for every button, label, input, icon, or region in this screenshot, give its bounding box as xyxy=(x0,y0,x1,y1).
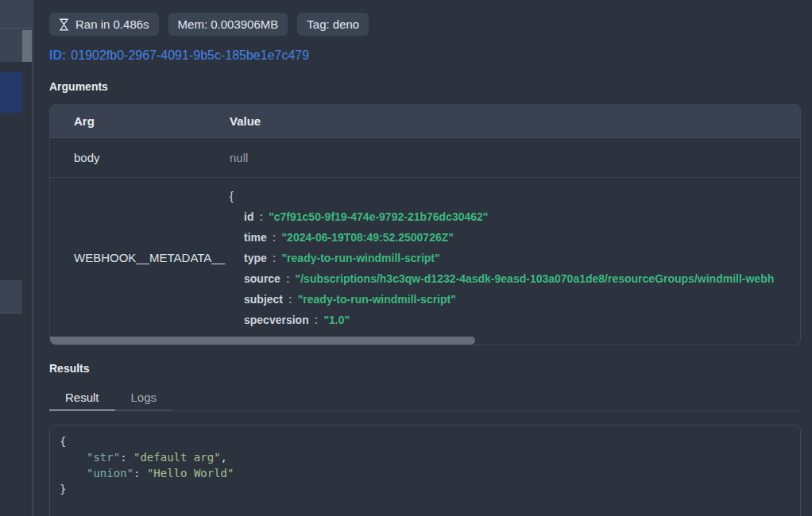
json-key: id xyxy=(244,210,253,223)
json-value: "c7f91c50-9f19-474e-9792-21b76dc30462" xyxy=(269,210,488,223)
result-close-brace: } xyxy=(60,481,791,497)
json-entry-id: id:"c7f91c50-9f19-474e-9792-21b76dc30462… xyxy=(230,206,800,227)
rail-list-item-selected[interactable] xyxy=(0,72,22,113)
json-entry-subject: subject:"ready-to-run-windmill-script" xyxy=(230,289,800,310)
run-badges: Ran in 0.486s Mem: 0.003906MB Tag: deno xyxy=(49,13,801,36)
json-open-brace: { xyxy=(230,186,800,206)
json-value: "/subscriptions/h3c3qw-d1232-4asdk-9easd… xyxy=(296,272,775,285)
json-entry-type: type:"ready-to-run-windmill-script" xyxy=(230,248,800,268)
value-column-header: Value xyxy=(230,114,800,128)
run-duration-badge: Ran in 0.486s xyxy=(49,13,159,36)
result-value: "default arg" xyxy=(133,451,221,464)
json-value: "ready-to-run-windmill-script" xyxy=(281,252,439,264)
json-entry-source: source:"/subscriptions/h3c3qw-d1232-4asd… xyxy=(230,268,800,289)
tab-result[interactable]: Result xyxy=(49,386,115,411)
arg-value-body: null xyxy=(230,151,800,164)
json-value: "2024-06-19T08:49:52.2500726Z" xyxy=(281,231,453,244)
json-key: source xyxy=(244,272,280,285)
json-key: subject xyxy=(244,293,283,306)
memory-label: Mem: 0.003906MB xyxy=(178,17,279,31)
json-colon: : xyxy=(273,231,276,244)
memory-badge: Mem: 0.003906MB xyxy=(168,13,288,36)
arg-name-body: body xyxy=(50,151,230,164)
run-id-row: ID:01902fb0-2967-4091-9b5c-185be1e7c479 xyxy=(49,48,801,63)
rail-divider xyxy=(0,28,32,29)
webhook-metadata-json-viewer: { id:"c7f91c50-9f19-474e-9792-21b76dc304… xyxy=(230,178,800,337)
json-key: time xyxy=(244,231,267,244)
result-colon: : xyxy=(120,451,133,464)
run-id-label: ID: xyxy=(49,48,66,62)
arg-name-webhook-metadata: WEBHOOK__METADATA__ xyxy=(50,251,230,264)
table-horizontal-scrollbar-thumb[interactable] xyxy=(50,337,475,345)
results-tabs: Result Logs xyxy=(49,386,801,411)
arguments-table: Arg Value body null WEBHOOK__METADATA__ … xyxy=(49,104,801,345)
result-value: "Hello World" xyxy=(147,467,234,479)
result-line-str: "str": "default arg", xyxy=(60,449,791,465)
run-id-value[interactable]: 01902fb0-2967-4091-9b5c-185be1e7c479 xyxy=(71,48,309,62)
run-detail-panel: Ran in 0.486s Mem: 0.003906MB Tag: deno … xyxy=(33,0,812,516)
arguments-table-header: Arg Value xyxy=(50,105,800,138)
result-comma: , xyxy=(221,451,227,464)
json-colon: : xyxy=(259,210,263,223)
json-key: specversion xyxy=(244,314,309,326)
json-colon: : xyxy=(288,293,292,306)
table-row-metadata: WEBHOOK__METADATA__ { id:"c7f91c50-9f19-… xyxy=(50,178,800,337)
json-value: "ready-to-run-windmill-script" xyxy=(298,293,456,306)
result-json-panel: { "str": "default arg", "union": "Hello … xyxy=(49,425,801,516)
hourglass-icon xyxy=(59,18,69,31)
tag-label: Tag: deno xyxy=(307,17,359,31)
table-horizontal-scrollbar xyxy=(50,337,800,345)
result-colon: : xyxy=(133,467,147,479)
results-section-title: Results xyxy=(49,362,801,375)
result-key: "str" xyxy=(87,451,120,464)
arguments-section-title: Arguments xyxy=(49,80,801,93)
json-colon: : xyxy=(315,314,319,326)
rail-scrollbar-thumb[interactable] xyxy=(22,30,32,62)
result-key: "union" xyxy=(87,467,133,479)
result-open-brace: { xyxy=(60,433,791,449)
run-duration-label: Ran in 0.486s xyxy=(75,17,149,31)
result-line-union: "union": "Hello World" xyxy=(60,465,791,481)
tag-badge: Tag: deno xyxy=(297,13,369,36)
json-value: "1.0" xyxy=(323,314,350,326)
json-colon: : xyxy=(273,252,276,264)
left-rail xyxy=(0,0,33,516)
json-entry-time: time:"2024-06-19T08:49:52.2500726Z" xyxy=(230,227,800,248)
json-entry-specversion: specversion:"1.0" xyxy=(230,310,800,330)
arg-column-header: Arg xyxy=(50,114,230,128)
json-colon: : xyxy=(286,272,290,285)
json-key: type xyxy=(244,252,267,264)
tab-logs[interactable]: Logs xyxy=(115,386,173,411)
rail-list-item[interactable] xyxy=(0,280,22,314)
table-row: body null xyxy=(50,138,800,178)
